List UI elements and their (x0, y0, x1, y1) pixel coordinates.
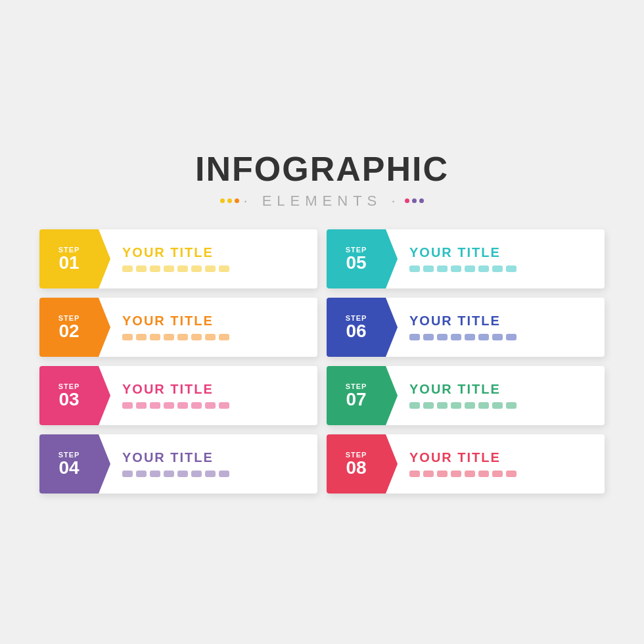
dot-1 (409, 471, 420, 477)
step-card-02: STEP 02 YOUR TITLE (39, 298, 317, 357)
dot-1 (122, 402, 133, 409)
dot-6 (478, 471, 489, 477)
step-badge-08: STEP 08 (327, 434, 386, 494)
step-title-04: YOUR TITLE (122, 450, 317, 465)
dot-5 (465, 334, 475, 340)
dot-3 (437, 334, 448, 340)
main-title: INFOGRAPHIC (195, 150, 449, 188)
dot-group-left (220, 198, 239, 203)
step-number-06: 06 (346, 322, 366, 340)
step-badge-01: STEP 01 (39, 229, 99, 288)
step-content-05: YOUR TITLE (386, 229, 605, 288)
step-number-07: 07 (346, 390, 366, 409)
dot-4 (451, 471, 461, 477)
dot-7 (205, 402, 216, 409)
dot-6 (191, 265, 202, 272)
dot-yellow-2 (227, 198, 232, 203)
step-badge-02: STEP 02 (39, 298, 99, 357)
step-number-03: 03 (58, 390, 79, 409)
step-dots-01 (122, 265, 317, 272)
step-content-01: YOUR TITLE (99, 229, 317, 288)
step-badge-03: STEP 03 (39, 366, 99, 425)
step-card-01: STEP 01 YOUR TITLE (39, 229, 317, 288)
subtitle-text: · ELEMENTS · (243, 193, 400, 210)
step-content-08: YOUR TITLE (386, 434, 605, 494)
dot-2 (423, 402, 434, 409)
dot-8 (219, 265, 229, 272)
dot-7 (492, 402, 503, 409)
step-title-07: YOUR TITLE (409, 382, 605, 397)
dot-purple-1 (412, 198, 417, 203)
step-title-08: YOUR TITLE (409, 450, 605, 465)
step-dots-08 (409, 471, 605, 477)
step-card-05: STEP 05 YOUR TITLE (327, 229, 605, 288)
dot-1 (409, 265, 420, 272)
step-title-03: YOUR TITLE (122, 382, 317, 397)
dot-6 (478, 265, 489, 272)
step-content-06: YOUR TITLE (386, 298, 605, 357)
step-number-02: 02 (58, 322, 79, 340)
dot-8 (506, 402, 517, 409)
dot-2 (136, 402, 147, 409)
step-badge-06: STEP 06 (327, 298, 386, 357)
dot-3 (150, 265, 160, 272)
header: INFOGRAPHIC · ELEMENTS · (195, 150, 449, 209)
page-wrapper: INFOGRAPHIC · ELEMENTS · STEP 01 YOUR T (0, 0, 644, 644)
dot-pink-1 (405, 198, 409, 203)
dot-1 (122, 265, 133, 272)
dot-group-right (405, 198, 424, 203)
dot-3 (150, 334, 160, 340)
dot-7 (492, 265, 503, 272)
dot-purple-2 (419, 198, 424, 203)
dot-1 (122, 471, 133, 477)
step-dots-03 (122, 402, 317, 409)
step-content-07: YOUR TITLE (386, 366, 605, 425)
dot-3 (437, 471, 448, 477)
dot-8 (506, 265, 517, 272)
steps-grid: STEP 01 YOUR TITLE STEP (39, 229, 605, 494)
dot-8 (219, 334, 229, 340)
dot-4 (164, 265, 174, 272)
dot-5 (465, 471, 475, 477)
dot-6 (478, 402, 489, 409)
dot-3 (437, 402, 448, 409)
dot-2 (136, 471, 147, 477)
dot-8 (219, 402, 229, 409)
dot-7 (205, 265, 216, 272)
step-dots-02 (122, 334, 317, 340)
dot-7 (492, 471, 503, 477)
dot-7 (205, 334, 216, 340)
step-number-05: 05 (346, 254, 366, 272)
step-badge-05: STEP 05 (327, 229, 386, 288)
dot-5 (177, 334, 188, 340)
step-content-02: YOUR TITLE (99, 298, 317, 357)
step-title-02: YOUR TITLE (122, 313, 317, 329)
dot-2 (136, 334, 147, 340)
dot-5 (465, 265, 475, 272)
dot-4 (451, 402, 461, 409)
dot-5 (177, 402, 188, 409)
dot-6 (191, 334, 202, 340)
dot-2 (136, 265, 147, 272)
dot-6 (191, 471, 202, 477)
dot-yellow-1 (220, 198, 225, 203)
dot-4 (451, 265, 461, 272)
step-content-04: YOUR TITLE (99, 434, 317, 494)
step-card-03: STEP 03 YOUR TITLE (39, 366, 317, 425)
dot-1 (122, 334, 133, 340)
dot-1 (409, 334, 420, 340)
dot-4 (164, 471, 174, 477)
dot-4 (164, 402, 174, 409)
dot-2 (423, 334, 434, 340)
dot-3 (150, 471, 160, 477)
step-badge-07: STEP 07 (327, 366, 386, 425)
step-number-08: 08 (346, 459, 366, 477)
dot-7 (205, 471, 216, 477)
step-title-06: YOUR TITLE (409, 313, 605, 329)
step-title-05: YOUR TITLE (409, 245, 605, 260)
step-content-03: YOUR TITLE (99, 366, 317, 425)
dot-2 (423, 471, 434, 477)
step-title-01: YOUR TITLE (122, 245, 317, 260)
dot-5 (465, 402, 475, 409)
step-dots-05 (409, 265, 605, 272)
